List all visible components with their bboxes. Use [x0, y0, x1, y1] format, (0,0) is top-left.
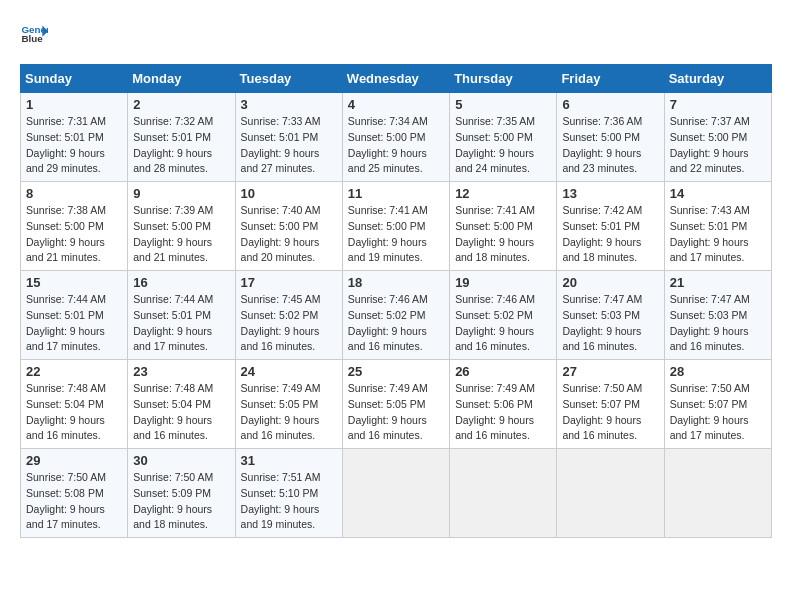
calendar-cell: 12Sunrise: 7:41 AM Sunset: 5:00 PM Dayli… [450, 182, 557, 271]
day-info: Sunrise: 7:49 AM Sunset: 5:05 PM Dayligh… [241, 381, 337, 444]
day-info: Sunrise: 7:50 AM Sunset: 5:07 PM Dayligh… [562, 381, 658, 444]
calendar-cell: 5Sunrise: 7:35 AM Sunset: 5:00 PM Daylig… [450, 93, 557, 182]
day-number: 10 [241, 186, 337, 201]
calendar-cell [557, 449, 664, 538]
day-number: 15 [26, 275, 122, 290]
calendar-week-row: 1Sunrise: 7:31 AM Sunset: 5:01 PM Daylig… [21, 93, 772, 182]
day-info: Sunrise: 7:50 AM Sunset: 5:09 PM Dayligh… [133, 470, 229, 533]
calendar-cell: 23Sunrise: 7:48 AM Sunset: 5:04 PM Dayli… [128, 360, 235, 449]
day-info: Sunrise: 7:48 AM Sunset: 5:04 PM Dayligh… [26, 381, 122, 444]
calendar-cell: 22Sunrise: 7:48 AM Sunset: 5:04 PM Dayli… [21, 360, 128, 449]
day-number: 6 [562, 97, 658, 112]
day-info: Sunrise: 7:37 AM Sunset: 5:00 PM Dayligh… [670, 114, 766, 177]
calendar-cell: 13Sunrise: 7:42 AM Sunset: 5:01 PM Dayli… [557, 182, 664, 271]
calendar-cell: 8Sunrise: 7:38 AM Sunset: 5:00 PM Daylig… [21, 182, 128, 271]
calendar-cell: 27Sunrise: 7:50 AM Sunset: 5:07 PM Dayli… [557, 360, 664, 449]
day-number: 13 [562, 186, 658, 201]
day-of-week-header: Saturday [664, 65, 771, 93]
day-info: Sunrise: 7:41 AM Sunset: 5:00 PM Dayligh… [348, 203, 444, 266]
day-number: 29 [26, 453, 122, 468]
day-number: 26 [455, 364, 551, 379]
day-number: 25 [348, 364, 444, 379]
day-number: 14 [670, 186, 766, 201]
calendar-cell: 29Sunrise: 7:50 AM Sunset: 5:08 PM Dayli… [21, 449, 128, 538]
day-number: 9 [133, 186, 229, 201]
day-number: 27 [562, 364, 658, 379]
day-info: Sunrise: 7:35 AM Sunset: 5:00 PM Dayligh… [455, 114, 551, 177]
day-number: 23 [133, 364, 229, 379]
day-of-week-header: Wednesday [342, 65, 449, 93]
calendar-week-row: 29Sunrise: 7:50 AM Sunset: 5:08 PM Dayli… [21, 449, 772, 538]
calendar-week-row: 8Sunrise: 7:38 AM Sunset: 5:00 PM Daylig… [21, 182, 772, 271]
day-number: 30 [133, 453, 229, 468]
svg-text:Blue: Blue [21, 33, 43, 44]
day-of-week-header: Thursday [450, 65, 557, 93]
day-info: Sunrise: 7:31 AM Sunset: 5:01 PM Dayligh… [26, 114, 122, 177]
day-number: 2 [133, 97, 229, 112]
page-header: General Blue [20, 20, 772, 48]
day-number: 24 [241, 364, 337, 379]
calendar-body: 1Sunrise: 7:31 AM Sunset: 5:01 PM Daylig… [21, 93, 772, 538]
day-of-week-header: Monday [128, 65, 235, 93]
day-info: Sunrise: 7:47 AM Sunset: 5:03 PM Dayligh… [562, 292, 658, 355]
calendar-cell: 21Sunrise: 7:47 AM Sunset: 5:03 PM Dayli… [664, 271, 771, 360]
day-info: Sunrise: 7:50 AM Sunset: 5:07 PM Dayligh… [670, 381, 766, 444]
day-of-week-header: Tuesday [235, 65, 342, 93]
day-info: Sunrise: 7:36 AM Sunset: 5:00 PM Dayligh… [562, 114, 658, 177]
day-info: Sunrise: 7:41 AM Sunset: 5:00 PM Dayligh… [455, 203, 551, 266]
day-info: Sunrise: 7:34 AM Sunset: 5:00 PM Dayligh… [348, 114, 444, 177]
calendar-cell: 30Sunrise: 7:50 AM Sunset: 5:09 PM Dayli… [128, 449, 235, 538]
calendar-cell [450, 449, 557, 538]
calendar-cell: 16Sunrise: 7:44 AM Sunset: 5:01 PM Dayli… [128, 271, 235, 360]
calendar-cell [664, 449, 771, 538]
day-info: Sunrise: 7:45 AM Sunset: 5:02 PM Dayligh… [241, 292, 337, 355]
day-info: Sunrise: 7:40 AM Sunset: 5:00 PM Dayligh… [241, 203, 337, 266]
day-info: Sunrise: 7:49 AM Sunset: 5:06 PM Dayligh… [455, 381, 551, 444]
day-number: 28 [670, 364, 766, 379]
day-info: Sunrise: 7:32 AM Sunset: 5:01 PM Dayligh… [133, 114, 229, 177]
day-number: 21 [670, 275, 766, 290]
calendar-week-row: 22Sunrise: 7:48 AM Sunset: 5:04 PM Dayli… [21, 360, 772, 449]
calendar-cell: 10Sunrise: 7:40 AM Sunset: 5:00 PM Dayli… [235, 182, 342, 271]
day-info: Sunrise: 7:43 AM Sunset: 5:01 PM Dayligh… [670, 203, 766, 266]
header-row: SundayMondayTuesdayWednesdayThursdayFrid… [21, 65, 772, 93]
day-number: 31 [241, 453, 337, 468]
calendar-cell: 14Sunrise: 7:43 AM Sunset: 5:01 PM Dayli… [664, 182, 771, 271]
day-number: 8 [26, 186, 122, 201]
day-info: Sunrise: 7:50 AM Sunset: 5:08 PM Dayligh… [26, 470, 122, 533]
calendar-week-row: 15Sunrise: 7:44 AM Sunset: 5:01 PM Dayli… [21, 271, 772, 360]
calendar-cell: 6Sunrise: 7:36 AM Sunset: 5:00 PM Daylig… [557, 93, 664, 182]
day-number: 12 [455, 186, 551, 201]
day-of-week-header: Sunday [21, 65, 128, 93]
calendar-header: SundayMondayTuesdayWednesdayThursdayFrid… [21, 65, 772, 93]
day-number: 22 [26, 364, 122, 379]
calendar-cell: 17Sunrise: 7:45 AM Sunset: 5:02 PM Dayli… [235, 271, 342, 360]
calendar-cell: 7Sunrise: 7:37 AM Sunset: 5:00 PM Daylig… [664, 93, 771, 182]
day-of-week-header: Friday [557, 65, 664, 93]
day-number: 20 [562, 275, 658, 290]
calendar-cell: 25Sunrise: 7:49 AM Sunset: 5:05 PM Dayli… [342, 360, 449, 449]
logo: General Blue [20, 20, 52, 48]
day-number: 17 [241, 275, 337, 290]
calendar-cell: 1Sunrise: 7:31 AM Sunset: 5:01 PM Daylig… [21, 93, 128, 182]
day-number: 16 [133, 275, 229, 290]
day-info: Sunrise: 7:44 AM Sunset: 5:01 PM Dayligh… [26, 292, 122, 355]
calendar-cell: 28Sunrise: 7:50 AM Sunset: 5:07 PM Dayli… [664, 360, 771, 449]
calendar-cell: 2Sunrise: 7:32 AM Sunset: 5:01 PM Daylig… [128, 93, 235, 182]
logo-icon: General Blue [20, 20, 48, 48]
calendar-table: SundayMondayTuesdayWednesdayThursdayFrid… [20, 64, 772, 538]
calendar-cell: 24Sunrise: 7:49 AM Sunset: 5:05 PM Dayli… [235, 360, 342, 449]
day-number: 1 [26, 97, 122, 112]
calendar-cell: 18Sunrise: 7:46 AM Sunset: 5:02 PM Dayli… [342, 271, 449, 360]
calendar-cell: 31Sunrise: 7:51 AM Sunset: 5:10 PM Dayli… [235, 449, 342, 538]
day-info: Sunrise: 7:46 AM Sunset: 5:02 PM Dayligh… [455, 292, 551, 355]
day-info: Sunrise: 7:39 AM Sunset: 5:00 PM Dayligh… [133, 203, 229, 266]
calendar-cell [342, 449, 449, 538]
day-number: 5 [455, 97, 551, 112]
day-number: 18 [348, 275, 444, 290]
day-info: Sunrise: 7:44 AM Sunset: 5:01 PM Dayligh… [133, 292, 229, 355]
day-number: 3 [241, 97, 337, 112]
day-number: 7 [670, 97, 766, 112]
calendar-cell: 3Sunrise: 7:33 AM Sunset: 5:01 PM Daylig… [235, 93, 342, 182]
calendar-cell: 15Sunrise: 7:44 AM Sunset: 5:01 PM Dayli… [21, 271, 128, 360]
